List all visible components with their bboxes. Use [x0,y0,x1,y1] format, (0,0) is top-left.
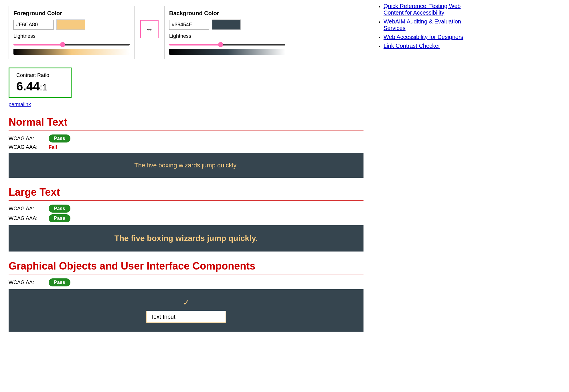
graphical-section: Graphical Objects and User Interface Com… [9,260,363,332]
large-wcag-aaa-badge: Pass [49,214,70,222]
sidebar-item-link-contrast: Link Contrast Checker [384,43,464,49]
swap-icon: ↔ [146,25,153,34]
normal-wcag-aaa-badge: Fail [49,144,57,150]
sidebar-item-web-accessibility-designers: Web Accessibility for Designers [384,34,464,40]
normal-wcag-aaa-label: WCAG AAA: [9,144,46,150]
foreground-slider-container [13,41,130,47]
normal-wcag-aa-row: WCAG AA: Pass WCAG AAA: Fail [9,134,363,150]
sidebar: Quick Reference: Testing Web Content for… [372,0,469,392]
sidebar-item-webaim-auditing: WebAIM Auditing & Evaluation Services [384,18,464,31]
quick-ref-link[interactable]: Quick Reference: Testing Web Content for… [384,3,461,16]
background-lightness-label: Lightness [169,33,285,39]
contrast-ratio-value: 6.44:1 [16,80,64,93]
background-swatch [212,19,241,30]
background-hex-input[interactable] [169,20,209,30]
foreground-lightness-label: Lightness [13,33,130,39]
swap-colors-button[interactable]: ↔ [140,20,159,38]
permalink-link[interactable]: permalink [9,102,363,108]
graphical-heading: Graphical Objects and User Interface Com… [9,260,363,274]
normal-preview-text: The five boxing wizards jump quickly. [134,162,238,169]
large-wcag-rows: WCAG AA: Pass WCAG AAA: Pass [9,205,363,222]
background-input-row [169,19,285,30]
webaim-auditing-link[interactable]: WebAIM Auditing & Evaluation Services [384,18,461,31]
large-wcag-aaa-label: WCAG AAA: [9,215,46,221]
normal-text-preview: The five boxing wizards jump quickly. [9,153,363,178]
normal-wcag-aa-label: WCAG AA: [9,136,46,142]
foreground-gradient-bar [13,49,130,55]
checkmark-icon: ✓ [183,298,189,307]
graphical-preview: ✓ [9,289,363,332]
normal-text-section: Normal Text WCAG AA: Pass WCAG AAA: Fail… [9,116,363,178]
graphical-wcag-aa-badge: Pass [49,278,70,286]
main-content: Foreground Color Lightness ↔ Background … [0,0,372,392]
large-text-preview: The five boxing wizards jump quickly. [9,225,363,252]
foreground-color-box: Foreground Color Lightness [9,6,135,59]
background-color-box: Background Color Lightness [164,6,290,59]
foreground-swatch [56,19,85,30]
background-label: Background Color [169,10,285,17]
contrast-suffix: :1 [40,82,48,92]
foreground-lightness-slider[interactable] [13,44,130,45]
graphical-wcag-rows: WCAG AA: Pass [9,278,363,286]
large-preview-text: The five boxing wizards jump quickly. [114,234,258,243]
foreground-hex-input[interactable] [13,20,54,30]
color-pickers-row: Foreground Color Lightness ↔ Background … [9,6,363,59]
normal-wcag-aa-badge: Pass [49,134,70,142]
large-text-heading: Large Text [9,186,363,201]
background-slider-container [169,41,285,47]
contrast-ratio-box: Contrast Ratio 6.44:1 [9,68,72,98]
background-lightness-slider[interactable] [169,44,285,45]
web-accessibility-designers-link[interactable]: Web Accessibility for Designers [384,34,463,40]
large-text-section: Large Text WCAG AA: Pass WCAG AAA: Pass … [9,186,363,252]
large-wcag-aa-badge: Pass [49,205,70,213]
background-gradient-bar [169,49,285,55]
foreground-label: Foreground Color [13,10,130,17]
link-contrast-link[interactable]: Link Contrast Checker [384,43,440,49]
contrast-ratio-label: Contrast Ratio [16,72,64,78]
text-input-field[interactable] [146,311,226,323]
contrast-number: 6.44 [16,80,40,93]
normal-text-heading: Normal Text [9,116,363,130]
foreground-input-row [13,19,130,30]
sidebar-item-quick-ref: Quick Reference: Testing Web Content for… [384,3,464,16]
graphical-wcag-aa-label: WCAG AA: [9,280,46,286]
sidebar-links-list: Quick Reference: Testing Web Content for… [378,3,464,49]
large-wcag-aa-label: WCAG AA: [9,206,46,212]
